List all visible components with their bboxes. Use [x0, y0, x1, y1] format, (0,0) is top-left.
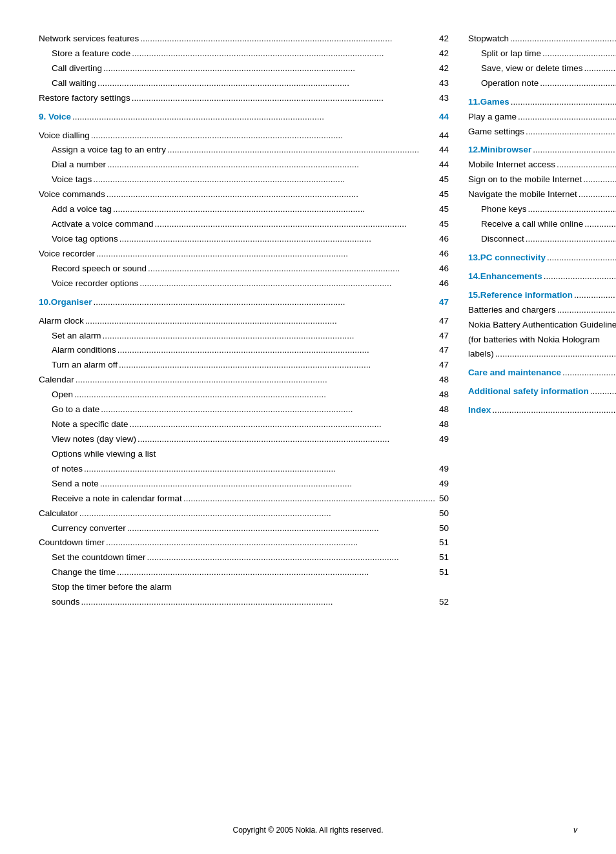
toc-entry: Operation note..........................…	[468, 77, 616, 90]
toc-entry: Sign on to the mobile Internet..........…	[468, 173, 616, 187]
toc-entry: Assign a voice tag to an entry..........…	[39, 143, 449, 157]
toc-label: Additional safety information	[468, 385, 589, 399]
toc-entry: 13.PC connectivity......................…	[468, 251, 616, 265]
toc-label: Dial a number	[52, 158, 106, 172]
dot-leader: ........................................…	[562, 366, 616, 380]
toc-entry: Stop the timer before the alarm	[39, 581, 449, 594]
page-number: 50	[439, 492, 449, 506]
dot-leader: ........................................…	[101, 403, 435, 417]
dot-leader: ........................................…	[130, 418, 435, 432]
page-number: 49	[439, 463, 449, 476]
toc-label: Call waiting	[52, 77, 96, 90]
toc-entry: Calculator..............................…	[39, 507, 449, 521]
footer: Copyright © 2005 Nokia. All rights reser…	[0, 826, 616, 835]
dot-leader: ........................................…	[533, 143, 616, 157]
toc-label: Batteries and chargers	[468, 304, 556, 317]
toc-entry: Call waiting............................…	[39, 77, 449, 90]
toc-label: Phone keys	[481, 203, 527, 216]
dot-leader: ........................................…	[84, 463, 435, 476]
left-column: Network services features...............…	[39, 32, 449, 610]
toc-entry: Voice recorder options..................…	[39, 277, 449, 291]
page-number: 50	[439, 507, 449, 521]
page-number: 42	[439, 47, 449, 61]
dot-leader: ........................................…	[98, 77, 435, 90]
dot-leader: ........................................…	[495, 348, 616, 361]
toc-entry: Play a game.............................…	[468, 110, 616, 124]
toc-label: Call diverting	[52, 62, 102, 76]
toc-entry: Dial a number...........................…	[39, 158, 449, 172]
toc-entry: Set an alarm............................…	[39, 329, 449, 343]
toc-label: Operation note	[481, 77, 539, 90]
dot-leader: ........................................…	[117, 566, 435, 579]
toc-label: Disconnect	[481, 233, 524, 246]
right-column: Stopwatch...............................…	[468, 32, 616, 610]
toc-entry: Disconnect..............................…	[468, 233, 616, 246]
toc-entry: Change the time.........................…	[39, 566, 449, 579]
page-number: 44	[439, 158, 449, 172]
toc-label: Stop the timer before the alarm	[52, 581, 172, 594]
toc-label: Voice commands	[39, 188, 105, 202]
page-number: 50	[439, 522, 449, 536]
toc-entry: Voice tags..............................…	[39, 173, 449, 187]
page-number: 47	[439, 296, 449, 309]
toc-label: Navigate the mobile Internet	[468, 188, 577, 202]
page-number: v	[573, 826, 577, 835]
toc-entry: Alarm clock.............................…	[39, 315, 449, 328]
toc-entry: Voice dialling..........................…	[39, 129, 449, 143]
toc-entry: Restore factory settings................…	[39, 92, 449, 105]
toc-entry: Voice recorder..........................…	[39, 247, 449, 261]
dot-leader: ........................................…	[518, 110, 616, 124]
dot-leader: ........................................…	[584, 218, 616, 231]
dot-leader: ........................................…	[132, 47, 435, 61]
toc-entry: Care and maintenance....................…	[468, 366, 616, 380]
page-number: 46	[439, 233, 449, 246]
toc-entry: Game settings...........................…	[468, 125, 616, 139]
page-number: 51	[439, 566, 449, 579]
toc-label: Network services features	[39, 32, 139, 46]
toc-entry: 14.Enhancements.........................…	[468, 270, 616, 284]
toc-label: Game settings	[468, 125, 524, 139]
toc-label: Nokia Battery Authentication Guidelines	[468, 318, 616, 332]
dot-leader: ........................................…	[107, 188, 435, 202]
page-number: 48	[439, 373, 449, 387]
toc-entry: sounds..................................…	[39, 596, 449, 609]
toc-label: Alarm clock	[39, 315, 84, 328]
dot-leader: ........................................…	[544, 270, 616, 284]
toc-label: Alarm conditions	[52, 344, 116, 357]
toc-entry: View notes (day view)...................…	[39, 433, 449, 446]
page-number: 42	[439, 62, 449, 76]
dot-leader: ........................................…	[76, 373, 435, 387]
toc-entry: Go to a date............................…	[39, 403, 449, 417]
toc-entry: 10.Organiser............................…	[39, 296, 449, 309]
toc-label: Send a note	[52, 477, 99, 491]
toc-entry: Phone keys..............................…	[468, 203, 616, 216]
page-number: 47	[439, 315, 449, 328]
dot-leader: ........................................…	[132, 92, 435, 105]
dot-leader: ........................................…	[113, 203, 435, 216]
toc-entry: Record speech or sound..................…	[39, 262, 449, 276]
toc-label: Mobile Internet access	[468, 158, 555, 172]
toc-label: Split or lap time	[481, 47, 541, 61]
toc-label: Record speech or sound	[52, 262, 147, 276]
toc-entry: Send a note.............................…	[39, 477, 449, 491]
toc-entry: Voice tag options.......................…	[39, 233, 449, 246]
toc-label: Calendar	[39, 373, 74, 387]
toc-entry: of notes................................…	[39, 463, 449, 476]
toc-entry: labels).................................…	[468, 348, 616, 361]
toc-entry: Network services features...............…	[39, 32, 449, 46]
dot-leader: ........................................…	[100, 477, 435, 491]
page-number: 51	[439, 551, 449, 565]
toc-entry: Alarm conditions........................…	[39, 344, 449, 357]
toc-entry: Add a voice tag.........................…	[39, 203, 449, 216]
dot-leader: ........................................…	[139, 277, 435, 291]
toc-entry: Split or lap time.......................…	[468, 47, 616, 61]
dot-leader: ........................................…	[510, 32, 616, 46]
toc-entry: Navigate the mobile Internet............…	[468, 188, 616, 202]
toc-entry: 15.Reference information................…	[468, 289, 616, 302]
dot-leader: ........................................…	[103, 329, 435, 343]
toc-label: Restore factory settings	[39, 92, 130, 105]
dot-leader: ........................................…	[118, 344, 435, 357]
page-number: 45	[439, 173, 449, 187]
toc-label: Voice tags	[52, 173, 92, 187]
toc-label: Voice recorder	[39, 247, 95, 261]
